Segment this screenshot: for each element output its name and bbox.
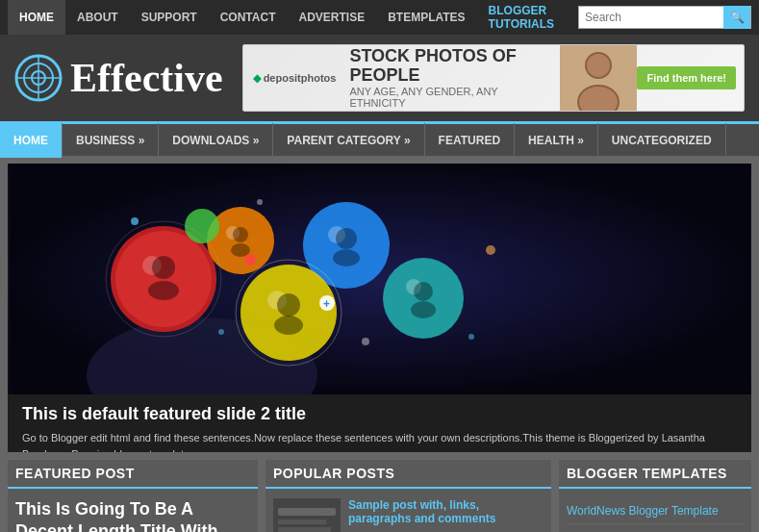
main-content: + This is default featured slide 2 title… bbox=[0, 156, 759, 532]
topnav-btemplates[interactable]: BTEMPLATES bbox=[376, 0, 476, 35]
logo-area: Effective bbox=[14, 54, 223, 102]
svg-point-32 bbox=[274, 316, 303, 335]
svg-point-19 bbox=[233, 227, 248, 242]
topnav-advertise[interactable]: ADVERTISE bbox=[287, 0, 376, 35]
hero-image: + bbox=[8, 164, 751, 394]
ad-logo: ◆ depositphotos bbox=[253, 72, 337, 85]
svg-point-23 bbox=[336, 228, 357, 249]
ad-logo-area: ◆ depositphotos bbox=[243, 64, 346, 92]
svg-point-41 bbox=[362, 338, 369, 345]
secnav-uncategorized[interactable]: UNCATEGORIZED bbox=[598, 123, 726, 158]
site-logo-text: Effective bbox=[70, 55, 223, 101]
ad-subtitle: ANY AGE, ANY GENDER, ANY ETHNICITY bbox=[349, 86, 556, 109]
secnav-parent-category[interactable]: PARENT CATEGORY » bbox=[273, 123, 424, 158]
popular-item-title[interactable]: Sample post with, links, paragraphs and … bbox=[348, 498, 544, 525]
svg-point-39 bbox=[486, 245, 495, 255]
svg-rect-48 bbox=[278, 527, 331, 532]
svg-rect-47 bbox=[278, 519, 326, 524]
ad-title: STOCK PHOTOS OF PEOPLE bbox=[349, 47, 556, 86]
secnav-health[interactable]: HEALTH » bbox=[515, 123, 598, 158]
secnav-home[interactable]: HOME bbox=[0, 123, 63, 158]
ad-photo bbox=[560, 44, 637, 112]
blogger-templates-content: WorldNews Blogger Template Eldorado Blog… bbox=[559, 489, 751, 532]
svg-text:+: + bbox=[323, 297, 330, 311]
logo-icon bbox=[14, 54, 63, 102]
secondary-navigation: HOME BUSINESS » DOWNLOADS » PARENT CATEG… bbox=[0, 121, 759, 156]
svg-point-31 bbox=[277, 293, 300, 317]
blogger-templates-panel: Blogger Templates WorldNews Blogger Temp… bbox=[559, 460, 751, 532]
search-button[interactable]: 🔍 bbox=[723, 6, 750, 29]
hero-slider: + This is default featured slide 2 title… bbox=[8, 164, 751, 452]
svg-point-27 bbox=[414, 282, 433, 301]
topnav-contact[interactable]: CONTACT bbox=[209, 0, 288, 35]
search-input[interactable] bbox=[579, 7, 723, 28]
ad-text-area: STOCK PHOTOS OF PEOPLE ANY AGE, ANY GEND… bbox=[345, 44, 560, 112]
secnav-featured[interactable]: FEATURED bbox=[425, 123, 515, 158]
ad-cta-button[interactable]: Find them here! bbox=[637, 66, 736, 89]
header-ad-banner[interactable]: ◆ depositphotos STOCK PHOTOS OF PEOPLE A… bbox=[242, 44, 745, 112]
popular-item-text-area: Sample post with, links, paragraphs and … bbox=[348, 498, 544, 532]
popular-posts-panel: Popular Posts Sample post with, links, bbox=[266, 460, 551, 532]
svg-point-38 bbox=[131, 217, 139, 225]
blogger-templates-header: Blogger Templates bbox=[559, 460, 751, 489]
bottom-grid: Featured Post This Is Going To Be A Dece… bbox=[8, 460, 751, 532]
svg-point-42 bbox=[218, 329, 224, 335]
secnav-downloads[interactable]: DOWNLOADS » bbox=[159, 123, 273, 158]
featured-post-title[interactable]: This Is Going To Be A Decent Length Titl… bbox=[15, 498, 250, 532]
topnav-support[interactable]: SUPPORT bbox=[130, 0, 209, 35]
svg-point-44 bbox=[244, 254, 256, 266]
popular-panel-header: Popular Posts bbox=[266, 460, 551, 489]
svg-point-8 bbox=[587, 54, 610, 77]
featured-panel-header: Featured Post bbox=[8, 460, 258, 489]
template-link-1[interactable]: Eldorado Blogger Template bbox=[567, 524, 744, 532]
svg-point-40 bbox=[468, 334, 474, 340]
site-header: Effective ◆ depositphotos STOCK PHOTOS O… bbox=[0, 35, 759, 121]
topnav-about[interactable]: ABOUT bbox=[65, 0, 130, 35]
hero-description: Go to Blogger edit html and find these s… bbox=[22, 430, 737, 452]
hero-caption: This is default featured slide 2 title G… bbox=[8, 394, 751, 452]
top-nav-items: HOME ABOUT SUPPORT CONTACT ADVERTISE BTE… bbox=[8, 0, 578, 35]
ad-content: ◆ depositphotos STOCK PHOTOS OF PEOPLE A… bbox=[243, 45, 744, 111]
popular-panel-content: Sample post with, links, paragraphs and … bbox=[266, 489, 551, 532]
svg-point-24 bbox=[333, 249, 360, 266]
hero-title: This is default featured slide 2 title bbox=[22, 404, 737, 424]
svg-point-28 bbox=[411, 301, 436, 318]
topnav-home[interactable]: HOME bbox=[8, 0, 65, 35]
popular-item: Sample post with, links, paragraphs and … bbox=[273, 498, 544, 532]
svg-point-43 bbox=[257, 199, 263, 205]
topnav-blogger-tutorials[interactable]: BLOGGER TUTORIALS bbox=[477, 0, 578, 35]
secnav-business[interactable]: BUSINESS » bbox=[63, 123, 159, 158]
svg-point-15 bbox=[152, 256, 175, 279]
featured-panel-content: This Is Going To Be A Decent Length Titl… bbox=[8, 489, 258, 532]
template-link-0[interactable]: WorldNews Blogger Template bbox=[567, 498, 744, 524]
svg-rect-46 bbox=[278, 508, 336, 516]
featured-post-panel: Featured Post This Is Going To Be A Dece… bbox=[8, 460, 258, 532]
popular-thumbnail bbox=[273, 498, 341, 532]
top-navigation: HOME ABOUT SUPPORT CONTACT ADVERTISE BTE… bbox=[0, 0, 759, 35]
search-wrap: 🔍 bbox=[578, 6, 751, 29]
svg-point-16 bbox=[148, 281, 179, 300]
svg-point-33 bbox=[185, 209, 219, 243]
